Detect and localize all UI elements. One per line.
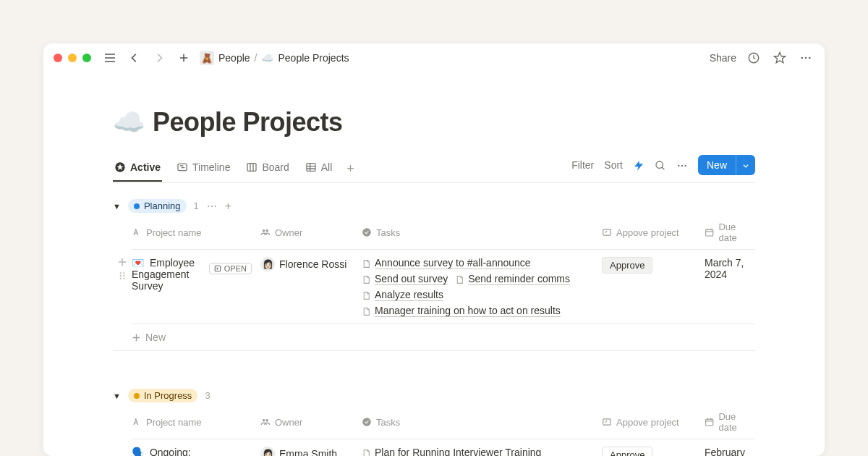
- page-body: ☁️ People Projects Active Timeline Board…: [43, 107, 825, 456]
- col-header-owner[interactable]: Owner: [260, 221, 362, 243]
- task-label: Analyze results: [375, 289, 443, 300]
- group-header: ▼ Planning 1 +: [113, 196, 755, 216]
- new-button-label: New: [698, 155, 736, 175]
- task-chip[interactable]: Plan for Running Interviewer Training: [362, 447, 541, 456]
- task-chip[interactable]: Send out survey: [362, 273, 448, 284]
- cell-owner[interactable]: 👩🏻 Florence Rossi: [260, 257, 362, 316]
- more-icon[interactable]: [797, 49, 814, 67]
- col-header-tasks[interactable]: Tasks: [362, 411, 602, 433]
- cell-due-date[interactable]: March 7, 2024: [705, 257, 755, 316]
- cell-tasks[interactable]: Plan for Running Interviewer Training Ru…: [362, 447, 602, 456]
- task-chip[interactable]: Announce survey to #all-announce: [362, 257, 531, 269]
- status-badge[interactable]: In Progress: [128, 389, 197, 402]
- breadcrumb-page-icon: ☁️: [261, 52, 273, 64]
- view-more-icon[interactable]: [676, 159, 688, 171]
- task-label: Manager training on how to act on result…: [375, 305, 561, 316]
- col-header-approve[interactable]: Appove project: [602, 411, 705, 433]
- cell-due-date[interactable]: February 1, 2024: [705, 447, 755, 456]
- page-icon: [362, 273, 371, 284]
- traffic-lights: [54, 54, 91, 62]
- svg-rect-54: [706, 419, 713, 426]
- approve-button[interactable]: Approve: [602, 257, 652, 274]
- svg-point-52: [362, 418, 371, 426]
- cell-project-name[interactable]: 🗣️ Ongoing: Interviewer training: [132, 447, 260, 456]
- maximize-window[interactable]: [82, 54, 91, 62]
- avatar: 👩🏻: [260, 257, 275, 271]
- open-page-button[interactable]: OPEN: [209, 263, 252, 274]
- filter-button[interactable]: Filter: [571, 159, 594, 171]
- group-count: 1: [194, 200, 199, 211]
- task-chip[interactable]: Analyze results: [362, 289, 443, 300]
- automations-icon[interactable]: [633, 159, 644, 171]
- cell-project-name[interactable]: 💌 Employee Engagement Survey OPEN: [132, 257, 260, 316]
- sort-button[interactable]: Sort: [604, 159, 623, 171]
- breadcrumb-sep: /: [255, 52, 258, 64]
- updates-icon[interactable]: [745, 49, 762, 67]
- breadcrumb-parent[interactable]: People: [218, 52, 250, 64]
- tab-label: All: [321, 161, 333, 173]
- col-header-tasks[interactable]: Tasks: [362, 221, 602, 243]
- tab-timeline[interactable]: Timeline: [175, 157, 231, 182]
- task-chip[interactable]: Manager training on how to act on result…: [362, 305, 561, 316]
- col-header-due[interactable]: Due date: [705, 221, 755, 243]
- minimize-window[interactable]: [68, 54, 77, 62]
- status-label: Planning: [144, 200, 181, 211]
- favorite-icon[interactable]: [771, 49, 788, 67]
- group-collapse-icon[interactable]: ▼: [113, 392, 121, 400]
- svg-marker-22: [634, 161, 643, 170]
- status-badge[interactable]: Planning: [128, 199, 187, 213]
- col-header-owner[interactable]: Owner: [260, 411, 362, 433]
- tab-all[interactable]: All: [304, 157, 334, 182]
- cell-approve[interactable]: Approve: [602, 447, 705, 456]
- page-icon[interactable]: ☁️: [113, 107, 145, 138]
- new-row-button[interactable]: New: [113, 324, 755, 351]
- close-window[interactable]: [54, 54, 62, 62]
- svg-point-26: [681, 164, 683, 166]
- new-button[interactable]: New: [698, 155, 755, 175]
- add-row-icon[interactable]: [117, 256, 127, 267]
- task-label: Plan for Running Interviewer Training: [375, 447, 541, 456]
- col-header-name[interactable]: Project name: [132, 221, 260, 243]
- col-header-due[interactable]: Due date: [705, 411, 755, 433]
- svg-rect-35: [706, 229, 713, 236]
- status-dot-icon: [134, 203, 140, 209]
- add-view-icon[interactable]: +: [346, 161, 354, 177]
- topbar-right: Share: [710, 49, 814, 67]
- sidebar-toggle-icon[interactable]: [101, 49, 119, 67]
- svg-point-46: [123, 277, 124, 279]
- column-headers: Project name Owner Tasks Appove project …: [132, 405, 755, 439]
- tab-board[interactable]: Board: [244, 157, 290, 182]
- cell-tasks[interactable]: Announce survey to #all-announce Send ou…: [362, 257, 602, 316]
- open-label: OPEN: [224, 264, 247, 273]
- tab-active[interactable]: Active: [113, 157, 162, 182]
- col-header-name[interactable]: Project name: [132, 411, 260, 433]
- svg-point-33: [362, 228, 371, 237]
- svg-point-28: [208, 206, 209, 207]
- new-button-caret-icon[interactable]: [736, 155, 755, 175]
- approve-button[interactable]: Approve: [602, 447, 652, 456]
- group-more-icon[interactable]: [206, 200, 218, 213]
- group-add-icon[interactable]: +: [225, 200, 231, 213]
- drag-handle-icon[interactable]: [118, 269, 127, 280]
- new-page-icon[interactable]: [175, 49, 192, 67]
- project-emoji-icon: 💌: [132, 257, 144, 269]
- owner-name: Emma Smith: [279, 448, 337, 456]
- task-chip[interactable]: Send reminder comms: [455, 273, 570, 284]
- group-header: ▼ In Progress 3: [113, 386, 755, 405]
- page-icon: [362, 257, 371, 268]
- svg-point-29: [211, 206, 213, 207]
- cell-approve[interactable]: Approve: [602, 257, 705, 316]
- search-icon[interactable]: [655, 159, 666, 171]
- task-label: Announce survey to #all-announce: [375, 257, 531, 269]
- nav-forward-icon[interactable]: [150, 49, 168, 67]
- breadcrumb-page[interactable]: People Projects: [278, 52, 349, 64]
- group-collapse-icon[interactable]: ▼: [113, 202, 121, 211]
- share-button[interactable]: Share: [710, 52, 736, 64]
- svg-point-41: [120, 272, 122, 274]
- page-title[interactable]: People Projects: [153, 107, 343, 138]
- col-header-approve[interactable]: Appove project: [602, 221, 705, 243]
- svg-point-42: [123, 272, 124, 274]
- svg-point-9: [809, 57, 811, 59]
- nav-back-icon[interactable]: [126, 49, 143, 67]
- cell-owner[interactable]: 👩🏻 Emma Smith: [260, 447, 362, 456]
